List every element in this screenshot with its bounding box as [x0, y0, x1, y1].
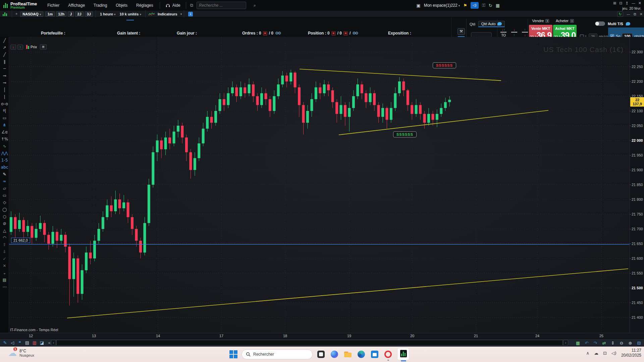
price-axis[interactable]: 22 137,9 22 30022 25022 20022 15022 1002…	[630, 37, 644, 333]
minimize-window-icon[interactable]: —	[627, 12, 630, 16]
vertical-line-tool[interactable]: │	[0, 86, 9, 93]
trend-arrow-tool[interactable]: ↗	[0, 44, 9, 51]
zoom-in-icon[interactable]: ⊕	[627, 341, 634, 346]
cancel-icon[interactable]: ✖	[331, 31, 336, 36]
tf-button-2J[interactable]: 2J	[75, 11, 83, 17]
line-tool[interactable]: ╱	[0, 51, 9, 58]
chart-snapshot-icon[interactable]: ◪	[38, 340, 46, 345]
channel-tool[interactable]: ▱	[0, 185, 9, 192]
flag-icon[interactable]: ⚑	[463, 3, 467, 8]
orders-doc-badge[interactable]: ▤	[0, 276, 9, 283]
price-level-label[interactable]: 21 662,0	[11, 238, 30, 243]
info-icon[interactable]: i	[570, 19, 574, 23]
sound-alerts-button[interactable]: ◁)	[471, 2, 479, 9]
clock[interactable]: 11:2720/02/2025	[621, 348, 641, 358]
indicators-caret[interactable]: ▾	[180, 12, 182, 16]
percent-scale-tool[interactable]: ↑%	[0, 135, 9, 142]
support-alert-box[interactable]: SSSSSS	[393, 131, 417, 137]
menu-réglages[interactable]: Réglages	[132, 0, 158, 11]
start-button[interactable]	[229, 350, 237, 358]
settings-gear-icon[interactable]: ⚙⚙	[275, 31, 280, 36]
rectangle-tool[interactable]: ▭	[0, 192, 9, 199]
close-window-icon[interactable]: ✕	[640, 12, 643, 16]
zoom-vertical-icon[interactable]: ⇕	[609, 341, 616, 346]
elliott-wave-tool[interactable]: 1-5	[0, 157, 9, 164]
peaks-tool[interactable]: ⋀⋀	[0, 149, 9, 157]
timeframe-selector[interactable]: 1 heure▾	[100, 12, 116, 16]
scrollbar-track[interactable]	[56, 340, 563, 346]
menu-fichier[interactable]: Fichier	[43, 0, 64, 11]
sync-icon[interactable]: ↻	[489, 3, 492, 8]
search-input[interactable]	[197, 3, 254, 8]
taskbar-icon-task-view[interactable]	[317, 350, 325, 359]
horizontal-line-tool[interactable]: ─	[0, 65, 9, 72]
quick-sell-icon[interactable]: ↓	[10, 45, 16, 50]
zoom-out-icon[interactable]: ⊖	[618, 341, 625, 346]
tab-qty[interactable]: Qté	[467, 21, 478, 27]
settings-gear-icon[interactable]: ⚙⚙	[352, 31, 358, 36]
circle-tool[interactable]: ○	[0, 213, 9, 220]
cancel-icon[interactable]: ✖	[343, 31, 348, 36]
menu-affichage[interactable]: Affichage	[64, 0, 89, 11]
quick-buy-icon[interactable]: ↑	[17, 45, 23, 50]
vertical-segment-tool[interactable]: |	[0, 93, 9, 100]
positions-icon[interactable]: ▥	[31, 340, 38, 345]
snip-icon[interactable]: ⊞	[613, 1, 616, 5]
order-list-icon[interactable]: ▤	[23, 340, 31, 345]
units-selector[interactable]: 10 k unités▾	[120, 12, 141, 16]
display-icon[interactable]: ⊡	[603, 351, 607, 356]
anchor-icon[interactable]: ⌖	[15, 12, 17, 16]
cross-tool[interactable]: ✕	[0, 262, 9, 269]
weather-widget[interactable]: ☁1 8°CNuageux	[8, 348, 34, 358]
info-icon[interactable]: i	[545, 19, 549, 23]
collapse-tools-chevron[interactable]: ⌄	[0, 269, 9, 276]
column-width-icon[interactable]: ⊟	[635, 341, 643, 346]
volume-icon[interactable]: ◁)	[611, 351, 616, 356]
pin-icon[interactable]: ↥	[626, 1, 629, 5]
arc-tool[interactable]: ◠	[0, 234, 9, 241]
ellipse-tool[interactable]: ◯	[0, 206, 9, 213]
tf-button-3J[interactable]: 3J	[85, 11, 93, 17]
free-wave-tool[interactable]: ≈	[0, 178, 9, 185]
fan-lines-tool[interactable]: ⋔	[0, 121, 9, 128]
info-icon[interactable]: i	[188, 12, 193, 16]
rotated-rect-tool[interactable]: ◇	[0, 199, 9, 206]
restore-window-icon[interactable]: ⧉	[634, 12, 636, 16]
scroll-right-button[interactable]: ›	[563, 340, 568, 346]
link-icon[interactable]: ⧉	[190, 3, 193, 8]
help-menu[interactable]: Aide	[162, 3, 184, 8]
segment-endpoints-tool[interactable]: o–o	[0, 100, 9, 107]
redo-icon[interactable]: ↷	[592, 341, 599, 346]
calendar-back-icon[interactable]: ▦	[574, 341, 582, 346]
pencil-tool[interactable]: ✎	[0, 171, 9, 178]
onedrive-icon[interactable]: ☁	[594, 351, 598, 356]
taskbar-icon-opera[interactable]	[384, 350, 392, 359]
cancel-icon[interactable]: ✖	[263, 31, 267, 36]
segment-tool[interactable]: ╱	[0, 37, 9, 44]
comment-icon[interactable]: ❝	[16, 340, 23, 345]
tf-button-J[interactable]: J	[68, 11, 74, 17]
taskbar-icon-copilot[interactable]	[330, 350, 339, 359]
refresh-window-icon[interactable]: ↻	[617, 11, 623, 17]
triangle-tool[interactable]: △	[0, 227, 9, 234]
order-settings-button[interactable]: ⚒	[458, 28, 465, 35]
taskbar-icon-file-explorer[interactable]	[343, 350, 352, 359]
instrument-selector[interactable]: NASDAQ▾	[20, 11, 43, 17]
workspace-selector[interactable]: Mon espace(1)222▾	[424, 3, 460, 8]
tf-button-12h[interactable]: 12h	[56, 11, 66, 17]
minimize-icon[interactable]: —	[632, 1, 635, 5]
tf-button-1m[interactable]: 1m	[45, 11, 55, 17]
chart-area[interactable]: US Tech 100 Cash (1€) IT-Finance.com - T…	[9, 37, 630, 333]
more-tools-dots[interactable]: ⋯	[0, 283, 9, 290]
taskbar-icon-prorealtime[interactable]	[397, 348, 409, 360]
abc-wave-tool[interactable]: abc	[0, 164, 9, 171]
save-icon[interactable]: ▣	[416, 3, 420, 8]
scroll-left-button[interactable]: ‹	[51, 340, 56, 346]
tray-expand-icon[interactable]: ∧	[586, 351, 589, 356]
time-axis[interactable]: 12131417181920212425	[0, 333, 644, 339]
share-icon[interactable]: ◁	[9, 340, 16, 345]
angle-tool[interactable]: ∠α	[0, 128, 9, 135]
horizontal-ray2-tool[interactable]: ⊸	[0, 79, 9, 86]
resistance-alert-box[interactable]: SSSSSS	[433, 62, 456, 68]
order-type-to[interactable]: ↓↑TO	[498, 27, 508, 37]
